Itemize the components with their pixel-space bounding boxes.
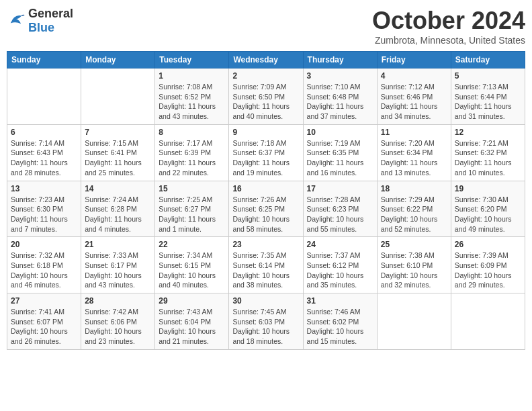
day-info: Sunrise: 7:34 AMSunset: 6:15 PMDaylight:… — [159, 250, 225, 290]
calendar-cell: 25Sunrise: 7:38 AMSunset: 6:10 PMDayligh… — [377, 237, 451, 293]
calendar-cell: 11Sunrise: 7:20 AMSunset: 6:34 PMDayligh… — [377, 124, 451, 181]
day-number: 15 — [159, 184, 225, 193]
calendar-cell: 29Sunrise: 7:43 AMSunset: 6:04 PMDayligh… — [155, 293, 229, 350]
calendar-cell: 16Sunrise: 7:26 AMSunset: 6:25 PMDayligh… — [229, 181, 303, 237]
calendar-cell: 18Sunrise: 7:29 AMSunset: 6:22 PMDayligh… — [377, 181, 451, 237]
calendar-cell: 12Sunrise: 7:21 AMSunset: 6:32 PMDayligh… — [451, 124, 525, 181]
day-number: 17 — [307, 184, 373, 193]
day-info: Sunrise: 7:29 AMSunset: 6:22 PMDaylight:… — [381, 195, 447, 234]
day-number: 22 — [159, 240, 225, 249]
calendar-cell: 31Sunrise: 7:46 AMSunset: 6:02 PMDayligh… — [303, 293, 377, 350]
calendar-cell: 8Sunrise: 7:17 AMSunset: 6:39 PMDaylight… — [155, 124, 229, 181]
day-number: 31 — [307, 296, 373, 306]
calendar-cell: 24Sunrise: 7:37 AMSunset: 6:12 PMDayligh… — [303, 237, 377, 293]
day-info: Sunrise: 7:13 AMSunset: 6:44 PMDaylight:… — [455, 82, 521, 122]
day-number: 30 — [232, 296, 299, 306]
logo-blue-text: Blue — [28, 21, 54, 34]
logo-bird-icon — [7, 12, 26, 27]
day-info: Sunrise: 7:25 AMSunset: 6:27 PMDaylight:… — [159, 195, 225, 234]
calendar-day-header: Sunday — [7, 52, 81, 68]
calendar-cell: 1Sunrise: 7:08 AMSunset: 6:52 PMDaylight… — [155, 68, 229, 125]
calendar-cell: 7Sunrise: 7:15 AMSunset: 6:41 PMDaylight… — [81, 124, 155, 181]
day-info: Sunrise: 7:35 AMSunset: 6:14 PMDaylight:… — [232, 250, 299, 290]
calendar-cell: 19Sunrise: 7:30 AMSunset: 6:20 PMDayligh… — [451, 181, 525, 237]
day-number: 5 — [455, 71, 521, 81]
calendar-cell: 28Sunrise: 7:42 AMSunset: 6:06 PMDayligh… — [81, 293, 155, 350]
calendar-day-header: Monday — [81, 52, 155, 68]
day-number: 26 — [455, 240, 521, 249]
day-number: 6 — [11, 128, 77, 137]
day-number: 23 — [232, 240, 299, 249]
title-block: October 2024 Zumbrota, Minnesota, United… — [372, 7, 525, 46]
day-info: Sunrise: 7:15 AMSunset: 6:41 PMDaylight:… — [85, 138, 151, 178]
calendar-cell: 10Sunrise: 7:19 AMSunset: 6:35 PMDayligh… — [303, 124, 377, 181]
calendar-cell: 30Sunrise: 7:45 AMSunset: 6:03 PMDayligh… — [229, 293, 303, 350]
day-info: Sunrise: 7:30 AMSunset: 6:20 PMDaylight:… — [455, 195, 521, 234]
day-number: 4 — [381, 71, 447, 81]
calendar-cell: 23Sunrise: 7:35 AMSunset: 6:14 PMDayligh… — [229, 237, 303, 293]
day-info: Sunrise: 7:39 AMSunset: 6:09 PMDaylight:… — [455, 250, 521, 290]
day-number: 7 — [85, 128, 151, 137]
day-number: 14 — [85, 184, 151, 193]
day-info: Sunrise: 7:14 AMSunset: 6:43 PMDaylight:… — [11, 138, 77, 178]
day-info: Sunrise: 7:18 AMSunset: 6:37 PMDaylight:… — [232, 138, 299, 178]
day-number: 18 — [381, 184, 447, 193]
day-number: 29 — [159, 296, 225, 306]
location-title: Zumbrota, Minnesota, United States — [372, 35, 525, 46]
day-info: Sunrise: 7:24 AMSunset: 6:28 PMDaylight:… — [85, 195, 151, 234]
day-number: 21 — [85, 240, 151, 249]
calendar-cell: 6Sunrise: 7:14 AMSunset: 6:43 PMDaylight… — [7, 124, 81, 181]
calendar-day-header: Thursday — [303, 52, 377, 68]
day-info: Sunrise: 7:43 AMSunset: 6:04 PMDaylight:… — [159, 307, 225, 347]
logo-general-text: General — [28, 7, 73, 20]
day-number: 19 — [455, 184, 521, 193]
day-number: 1 — [159, 71, 225, 81]
calendar-day-header: Tuesday — [155, 52, 229, 68]
day-info: Sunrise: 7:28 AMSunset: 6:23 PMDaylight:… — [307, 195, 373, 234]
logo: General Blue — [7, 7, 73, 35]
calendar-cell: 4Sunrise: 7:12 AMSunset: 6:46 PMDaylight… — [377, 68, 451, 125]
day-number: 2 — [232, 71, 299, 81]
day-number: 10 — [307, 128, 373, 137]
day-info: Sunrise: 7:26 AMSunset: 6:25 PMDaylight:… — [232, 195, 299, 234]
calendar-week-row: 6Sunrise: 7:14 AMSunset: 6:43 PMDaylight… — [7, 124, 525, 181]
calendar-cell: 27Sunrise: 7:41 AMSunset: 6:07 PMDayligh… — [7, 293, 81, 350]
day-info: Sunrise: 7:45 AMSunset: 6:03 PMDaylight:… — [232, 307, 299, 347]
day-info: Sunrise: 7:19 AMSunset: 6:35 PMDaylight:… — [307, 138, 373, 178]
calendar-cell: 17Sunrise: 7:28 AMSunset: 6:23 PMDayligh… — [303, 181, 377, 237]
calendar-cell: 3Sunrise: 7:10 AMSunset: 6:48 PMDaylight… — [303, 68, 377, 125]
calendar-week-row: 27Sunrise: 7:41 AMSunset: 6:07 PMDayligh… — [7, 293, 525, 350]
calendar-week-row: 13Sunrise: 7:23 AMSunset: 6:30 PMDayligh… — [7, 181, 525, 237]
day-info: Sunrise: 7:21 AMSunset: 6:32 PMDaylight:… — [455, 138, 521, 178]
day-info: Sunrise: 7:12 AMSunset: 6:46 PMDaylight:… — [381, 82, 447, 122]
calendar-cell: 20Sunrise: 7:32 AMSunset: 6:18 PMDayligh… — [7, 237, 81, 293]
calendar-cell — [7, 68, 81, 125]
calendar-cell: 14Sunrise: 7:24 AMSunset: 6:28 PMDayligh… — [81, 181, 155, 237]
day-info: Sunrise: 7:46 AMSunset: 6:02 PMDaylight:… — [307, 307, 373, 347]
calendar-cell — [377, 293, 451, 350]
day-info: Sunrise: 7:42 AMSunset: 6:06 PMDaylight:… — [85, 307, 151, 347]
day-number: 3 — [307, 71, 373, 81]
day-info: Sunrise: 7:32 AMSunset: 6:18 PMDaylight:… — [11, 250, 77, 290]
day-number: 16 — [232, 184, 299, 193]
calendar-day-header: Friday — [377, 52, 451, 68]
page-header: General Blue October 2024 Zumbrota, Minn… — [7, 7, 525, 46]
calendar-table: SundayMondayTuesdayWednesdayThursdayFrid… — [7, 51, 525, 350]
calendar-cell: 22Sunrise: 7:34 AMSunset: 6:15 PMDayligh… — [155, 237, 229, 293]
day-number: 24 — [307, 240, 373, 249]
calendar-cell: 21Sunrise: 7:33 AMSunset: 6:17 PMDayligh… — [81, 237, 155, 293]
calendar-week-row: 1Sunrise: 7:08 AMSunset: 6:52 PMDaylight… — [7, 68, 525, 125]
day-number: 28 — [85, 296, 151, 306]
day-info: Sunrise: 7:38 AMSunset: 6:10 PMDaylight:… — [381, 250, 447, 290]
day-number: 27 — [11, 296, 77, 306]
day-info: Sunrise: 7:37 AMSunset: 6:12 PMDaylight:… — [307, 250, 373, 290]
day-info: Sunrise: 7:20 AMSunset: 6:34 PMDaylight:… — [381, 138, 447, 178]
day-number: 20 — [11, 240, 77, 249]
day-number: 11 — [381, 128, 447, 137]
day-info: Sunrise: 7:08 AMSunset: 6:52 PMDaylight:… — [159, 82, 225, 122]
calendar-day-header: Wednesday — [229, 52, 303, 68]
calendar-cell — [81, 68, 155, 125]
day-info: Sunrise: 7:41 AMSunset: 6:07 PMDaylight:… — [11, 307, 77, 347]
day-number: 8 — [159, 128, 225, 137]
day-info: Sunrise: 7:10 AMSunset: 6:48 PMDaylight:… — [307, 82, 373, 122]
